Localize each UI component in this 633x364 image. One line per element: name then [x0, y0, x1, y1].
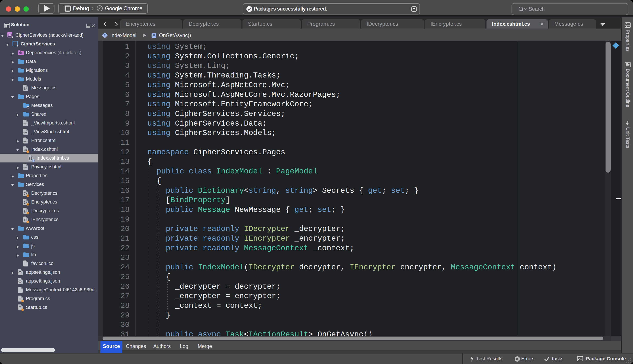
svg-text:css: css [24, 140, 27, 142]
svg-text:css: css [24, 149, 27, 151]
svg-text:{}: {} [24, 201, 27, 204]
svg-text:css: css [24, 122, 27, 125]
svg-text:{}: {} [29, 157, 32, 160]
svg-text:{}: {} [18, 271, 22, 274]
svg-text:{}: {} [24, 86, 27, 90]
svg-text:{}: {} [24, 192, 27, 195]
svg-text:css: css [24, 131, 27, 134]
svg-text:{}: {} [18, 297, 22, 300]
svg-text:{}: {} [24, 218, 27, 222]
svg-text:{}: {} [18, 280, 22, 283]
svg-text:css: css [24, 166, 27, 168]
svg-text:{}: {} [18, 306, 22, 309]
svg-text:{}: {} [24, 210, 27, 213]
